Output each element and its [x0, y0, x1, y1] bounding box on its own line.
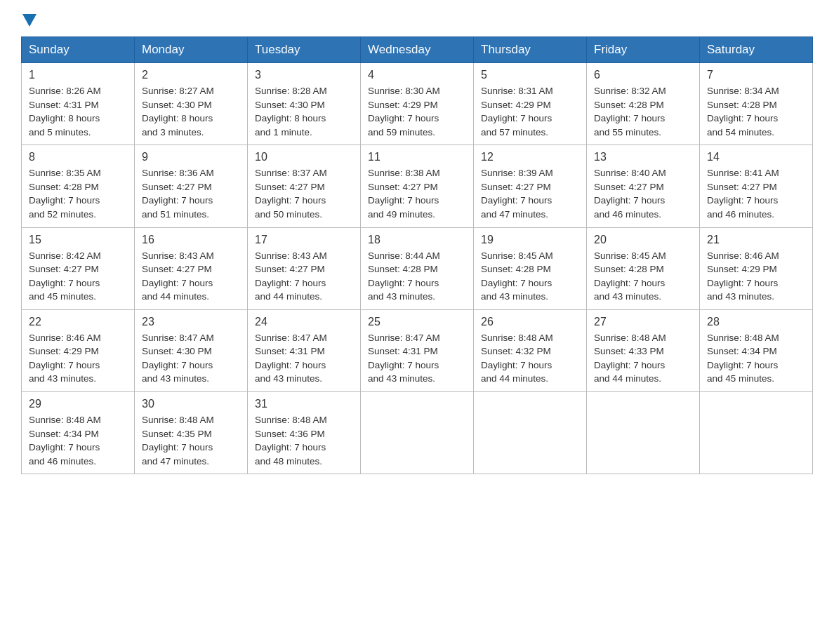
day-info: Sunrise: 8:48 AMSunset: 4:32 PMDaylight:… [481, 331, 579, 386]
calendar-cell: 10 Sunrise: 8:37 AMSunset: 4:27 PMDaylig… [248, 145, 361, 227]
calendar-week-2: 8 Sunrise: 8:35 AMSunset: 4:28 PMDayligh… [22, 145, 813, 227]
day-info: Sunrise: 8:41 AMSunset: 4:27 PMDaylight:… [707, 166, 805, 221]
day-info: Sunrise: 8:32 AMSunset: 4:28 PMDaylight:… [594, 84, 692, 139]
day-info: Sunrise: 8:48 AMSunset: 4:35 PMDaylight:… [142, 413, 240, 468]
day-number: 19 [481, 234, 579, 246]
day-number: 8 [29, 151, 127, 163]
calendar-cell: 19 Sunrise: 8:45 AMSunset: 4:28 PMDaylig… [474, 227, 587, 309]
calendar-cell: 3 Sunrise: 8:28 AMSunset: 4:30 PMDayligh… [248, 63, 361, 145]
calendar-cell: 13 Sunrise: 8:40 AMSunset: 4:27 PMDaylig… [587, 145, 700, 227]
calendar-cell: 21 Sunrise: 8:46 AMSunset: 4:29 PMDaylig… [700, 227, 813, 309]
header [21, 14, 813, 25]
day-number: 25 [368, 316, 466, 328]
calendar-cell: 12 Sunrise: 8:39 AMSunset: 4:27 PMDaylig… [474, 145, 587, 227]
day-info: Sunrise: 8:47 AMSunset: 4:30 PMDaylight:… [142, 331, 240, 386]
calendar-cell: 7 Sunrise: 8:34 AMSunset: 4:28 PMDayligh… [700, 63, 813, 145]
calendar-table: SundayMondayTuesdayWednesdayThursdayFrid… [21, 36, 813, 474]
calendar-cell: 5 Sunrise: 8:31 AMSunset: 4:29 PMDayligh… [474, 63, 587, 145]
calendar-week-5: 29 Sunrise: 8:48 AMSunset: 4:34 PMDaylig… [22, 392, 813, 474]
day-info: Sunrise: 8:46 AMSunset: 4:29 PMDaylight:… [29, 331, 127, 386]
day-number: 14 [707, 151, 805, 163]
day-info: Sunrise: 8:26 AMSunset: 4:31 PMDaylight:… [29, 84, 127, 139]
calendar-header-tuesday: Tuesday [248, 37, 361, 63]
calendar-cell: 16 Sunrise: 8:43 AMSunset: 4:27 PMDaylig… [135, 227, 248, 309]
calendar-cell: 28 Sunrise: 8:48 AMSunset: 4:34 PMDaylig… [700, 309, 813, 391]
day-number: 21 [707, 234, 805, 246]
day-number: 29 [29, 398, 127, 410]
day-number: 15 [29, 234, 127, 246]
day-number: 12 [481, 151, 579, 163]
day-info: Sunrise: 8:47 AMSunset: 4:31 PMDaylight:… [255, 331, 353, 386]
day-number: 7 [707, 69, 805, 81]
calendar-cell: 9 Sunrise: 8:36 AMSunset: 4:27 PMDayligh… [135, 145, 248, 227]
logo [21, 14, 38, 27]
calendar-cell [587, 392, 700, 474]
calendar-cell: 8 Sunrise: 8:35 AMSunset: 4:28 PMDayligh… [22, 145, 135, 227]
day-info: Sunrise: 8:30 AMSunset: 4:29 PMDaylight:… [368, 84, 466, 139]
day-info: Sunrise: 8:27 AMSunset: 4:30 PMDaylight:… [142, 84, 240, 139]
day-number: 27 [594, 316, 692, 328]
calendar-header-monday: Monday [135, 37, 248, 63]
page-container: SundayMondayTuesdayWednesdayThursdayFrid… [0, 0, 834, 488]
day-info: Sunrise: 8:37 AMSunset: 4:27 PMDaylight:… [255, 166, 353, 221]
day-info: Sunrise: 8:43 AMSunset: 4:27 PMDaylight:… [255, 249, 353, 304]
calendar-cell: 6 Sunrise: 8:32 AMSunset: 4:28 PMDayligh… [587, 63, 700, 145]
calendar-cell [474, 392, 587, 474]
day-number: 1 [29, 69, 127, 81]
calendar-cell: 27 Sunrise: 8:48 AMSunset: 4:33 PMDaylig… [587, 309, 700, 391]
day-info: Sunrise: 8:44 AMSunset: 4:28 PMDaylight:… [368, 249, 466, 304]
calendar-cell: 31 Sunrise: 8:48 AMSunset: 4:36 PMDaylig… [248, 392, 361, 474]
calendar-cell: 24 Sunrise: 8:47 AMSunset: 4:31 PMDaylig… [248, 309, 361, 391]
calendar-cell: 29 Sunrise: 8:48 AMSunset: 4:34 PMDaylig… [22, 392, 135, 474]
day-info: Sunrise: 8:28 AMSunset: 4:30 PMDaylight:… [255, 84, 353, 139]
calendar-cell: 22 Sunrise: 8:46 AMSunset: 4:29 PMDaylig… [22, 309, 135, 391]
calendar-cell: 15 Sunrise: 8:42 AMSunset: 4:27 PMDaylig… [22, 227, 135, 309]
calendar-cell: 18 Sunrise: 8:44 AMSunset: 4:28 PMDaylig… [361, 227, 474, 309]
calendar-week-3: 15 Sunrise: 8:42 AMSunset: 4:27 PMDaylig… [22, 227, 813, 309]
calendar-cell: 20 Sunrise: 8:45 AMSunset: 4:28 PMDaylig… [587, 227, 700, 309]
calendar-cell: 14 Sunrise: 8:41 AMSunset: 4:27 PMDaylig… [700, 145, 813, 227]
day-info: Sunrise: 8:47 AMSunset: 4:31 PMDaylight:… [368, 331, 466, 386]
calendar-header-row: SundayMondayTuesdayWednesdayThursdayFrid… [22, 37, 813, 63]
calendar-body: 1 Sunrise: 8:26 AMSunset: 4:31 PMDayligh… [22, 63, 813, 474]
day-number: 4 [368, 69, 466, 81]
day-info: Sunrise: 8:48 AMSunset: 4:36 PMDaylight:… [255, 413, 353, 468]
day-number: 16 [142, 234, 240, 246]
calendar-cell: 25 Sunrise: 8:47 AMSunset: 4:31 PMDaylig… [361, 309, 474, 391]
day-info: Sunrise: 8:36 AMSunset: 4:27 PMDaylight:… [142, 166, 240, 221]
day-number: 2 [142, 69, 240, 81]
day-number: 11 [368, 151, 466, 163]
day-number: 26 [481, 316, 579, 328]
day-info: Sunrise: 8:40 AMSunset: 4:27 PMDaylight:… [594, 166, 692, 221]
calendar-header-thursday: Thursday [474, 37, 587, 63]
day-info: Sunrise: 8:48 AMSunset: 4:34 PMDaylight:… [707, 331, 805, 386]
calendar-cell: 23 Sunrise: 8:47 AMSunset: 4:30 PMDaylig… [135, 309, 248, 391]
day-number: 13 [594, 151, 692, 163]
logo-triangle-icon [22, 14, 37, 27]
day-number: 17 [255, 234, 353, 246]
day-number: 20 [594, 234, 692, 246]
day-number: 23 [142, 316, 240, 328]
day-number: 5 [481, 69, 579, 81]
day-info: Sunrise: 8:38 AMSunset: 4:27 PMDaylight:… [368, 166, 466, 221]
day-info: Sunrise: 8:45 AMSunset: 4:28 PMDaylight:… [594, 249, 692, 304]
day-number: 30 [142, 398, 240, 410]
calendar-cell [361, 392, 474, 474]
calendar-header-wednesday: Wednesday [361, 37, 474, 63]
day-info: Sunrise: 8:48 AMSunset: 4:34 PMDaylight:… [29, 413, 127, 468]
logo-container [21, 14, 38, 25]
calendar-header-sunday: Sunday [22, 37, 135, 63]
day-number: 22 [29, 316, 127, 328]
day-info: Sunrise: 8:42 AMSunset: 4:27 PMDaylight:… [29, 249, 127, 304]
day-number: 9 [142, 151, 240, 163]
day-info: Sunrise: 8:34 AMSunset: 4:28 PMDaylight:… [707, 84, 805, 139]
day-number: 18 [368, 234, 466, 246]
calendar-cell: 26 Sunrise: 8:48 AMSunset: 4:32 PMDaylig… [474, 309, 587, 391]
day-info: Sunrise: 8:45 AMSunset: 4:28 PMDaylight:… [481, 249, 579, 304]
calendar-cell: 4 Sunrise: 8:30 AMSunset: 4:29 PMDayligh… [361, 63, 474, 145]
day-info: Sunrise: 8:31 AMSunset: 4:29 PMDaylight:… [481, 84, 579, 139]
calendar-header-saturday: Saturday [700, 37, 813, 63]
day-info: Sunrise: 8:39 AMSunset: 4:27 PMDaylight:… [481, 166, 579, 221]
calendar-cell: 11 Sunrise: 8:38 AMSunset: 4:27 PMDaylig… [361, 145, 474, 227]
calendar-header-friday: Friday [587, 37, 700, 63]
